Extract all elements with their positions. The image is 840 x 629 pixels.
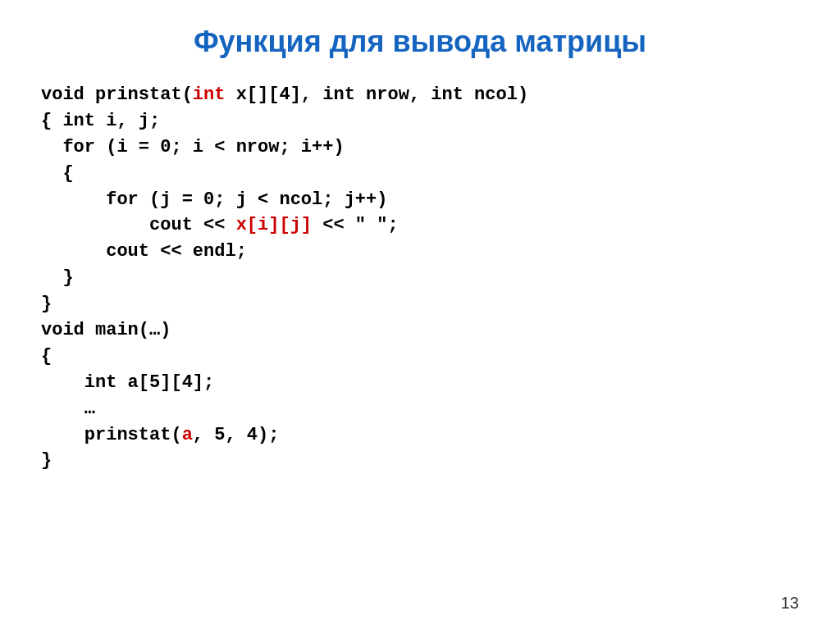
code-text: for (i = 0; i < nrow; i++) <box>41 137 345 157</box>
code-text: , 5, 4); <box>193 425 280 445</box>
code-text: int a[5][4]; <box>41 372 214 393</box>
code-line-13: … <box>41 396 799 422</box>
code-text: { <box>41 346 52 367</box>
code-text: for (j = 0; j < ncol; j++) <box>41 189 387 210</box>
code-text: << " "; <box>312 215 399 235</box>
code-highlight-a: a <box>182 425 193 445</box>
code-text: x[][4], int nrow, int ncol) <box>225 84 528 105</box>
code-line-12: int a[5][4]; <box>41 370 799 396</box>
code-text: { <box>41 163 74 184</box>
code-block: void prinstat(int x[][4], int nrow, int … <box>41 82 799 474</box>
code-line-11: { <box>41 344 799 370</box>
code-line-6: cout << x[i][j] << " "; <box>41 212 799 239</box>
code-text: … <box>41 399 95 419</box>
code-line-9: } <box>41 291 799 317</box>
keyword-int-1: int <box>193 84 226 105</box>
code-highlight-xij: x[i][j] <box>236 215 312 235</box>
code-text: cout << <box>41 215 236 235</box>
code-text: { int i, j; <box>41 111 160 131</box>
code-line-7: cout << endl; <box>41 239 799 265</box>
code-line-8: } <box>41 265 799 291</box>
code-text: cout << endl; <box>41 241 247 262</box>
slide-title: Функция для вывода матрицы <box>41 25 799 59</box>
code-line-4: { <box>41 161 799 187</box>
slide-number: 13 <box>781 594 799 613</box>
code-line-14: prinstat(a, 5, 4); <box>41 422 799 449</box>
code-text: void main(…) <box>41 320 171 340</box>
code-text: } <box>41 294 52 314</box>
code-line-5: for (j = 0; j < ncol; j++) <box>41 187 799 213</box>
code-line-3: for (i = 0; i < nrow; i++) <box>41 134 799 161</box>
slide-container: Функция для вывода матрицы void prinstat… <box>0 0 840 629</box>
code-line-2: { int i, j; <box>41 108 799 134</box>
code-line-10: void main(…) <box>41 317 799 344</box>
code-text: void prinstat( <box>41 84 193 105</box>
code-line-15: } <box>41 448 799 474</box>
code-text: } <box>41 450 52 471</box>
code-text: } <box>41 267 74 288</box>
code-text: prinstat( <box>41 425 182 445</box>
code-line-1: void prinstat(int x[][4], int nrow, int … <box>41 82 799 108</box>
